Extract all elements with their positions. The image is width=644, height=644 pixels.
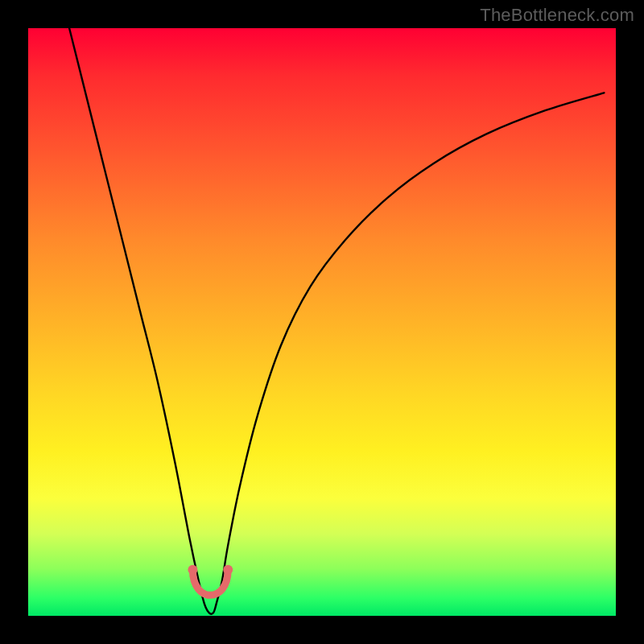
chart-frame: TheBottleneck.com bbox=[0, 0, 644, 644]
plot-area bbox=[28, 28, 616, 616]
dip-marker-dot-right bbox=[223, 565, 233, 575]
dip-marker-dot-left bbox=[188, 565, 197, 575]
curve-layer bbox=[28, 28, 616, 616]
bottleneck-curve bbox=[69, 28, 604, 614]
watermark-text: TheBottleneck.com bbox=[480, 5, 634, 26]
